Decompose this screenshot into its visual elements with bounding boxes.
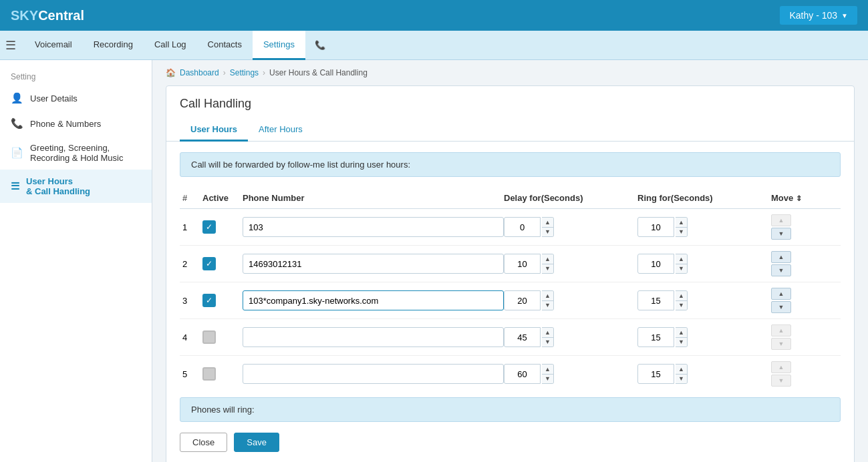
phones-ring-bar: Phones will ring: [180,397,841,422]
row1-delay-up[interactable]: ▲ [542,218,553,228]
row5-delay-input[interactable] [504,364,541,384]
row1-ring-input[interactable] [637,217,674,237]
nav-tab-recording[interactable]: Recording [83,31,144,60]
row1-checkbox[interactable]: ✓ [202,220,216,234]
row2-num: 2 [182,259,202,269]
row2-ring-input[interactable] [637,254,674,274]
row1-ring-up[interactable]: ▲ [676,218,687,228]
col-header-num: # [182,193,202,203]
row5-move-down[interactable]: ▼ [771,375,791,387]
row1-delay-input[interactable] [504,217,541,237]
tab-after-hours[interactable]: After Hours [248,119,313,142]
close-button[interactable]: Close [180,433,227,452]
row2-move-down[interactable]: ▼ [771,264,791,276]
row1-active[interactable]: ✓ [202,220,243,234]
row2-move-btns: ▲ ▼ [771,251,838,276]
row5-ring-down[interactable]: ▼ [676,375,687,384]
row2-phone-input[interactable] [243,254,504,274]
row2-delay-group: ▲ ▼ [504,254,637,274]
row4-delay-down[interactable]: ▼ [542,338,553,347]
sidebar-section-label: Setting [0,65,152,85]
row5-move-btns: ▲ ▼ [771,361,838,387]
row4-move-btns: ▲ ▼ [771,324,838,350]
row3-ring-up[interactable]: ▲ [676,291,687,301]
phone-icon: 📞 [315,40,325,50]
nav-tab-voicemail[interactable]: Voicemail [24,31,83,60]
row1-move-up[interactable]: ▲ [771,214,791,226]
row2-active[interactable]: ✓ [202,257,243,270]
row5-move-cell: ▲ ▼ [771,361,838,387]
row5-delay-down[interactable]: ▼ [542,375,553,384]
row4-delay-arrows: ▲ ▼ [542,327,554,347]
row1-phone-input[interactable] [243,217,504,237]
sidebar-item-phone-numbers[interactable]: 📞 Phone & Numbers [0,111,152,136]
row5-active[interactable] [202,367,243,381]
row4-checkbox[interactable] [202,330,216,344]
row4-active[interactable] [202,330,243,344]
sidebar-item-greeting[interactable]: 📄 Greeting, Screening, Recording & Hold … [0,136,152,170]
row2-move-cell: ▲ ▼ [771,251,838,276]
row4-phone-cell [243,327,504,347]
row3-ring-down[interactable]: ▼ [676,301,687,310]
row3-delay-group: ▲ ▼ [504,290,637,310]
row4-ring-down[interactable]: ▼ [676,338,687,347]
nav-tab-phone[interactable]: 📞 [305,31,335,60]
row3-delay-arrows: ▲ ▼ [542,290,554,310]
content-body: Call will be forwarded by follow-me list… [166,142,854,462]
row5-delay-group: ▲ ▼ [504,364,637,384]
breadcrumb-dashboard[interactable]: Dashboard [180,68,219,77]
row5-ring-input[interactable] [637,364,674,384]
row3-delay-down[interactable]: ▼ [542,301,553,310]
row2-delay-down[interactable]: ▼ [542,264,553,274]
row3-ring-input[interactable] [637,290,674,310]
row4-num: 4 [182,332,202,342]
breadcrumb-home-icon: 🏠 [166,68,176,77]
row5-ring-arrows: ▲ ▼ [676,364,688,384]
row1-move-down[interactable]: ▼ [771,228,791,240]
row1-delay-down[interactable]: ▼ [542,228,553,237]
row3-move-up[interactable]: ▲ [771,288,791,300]
row4-ring-up[interactable]: ▲ [676,328,687,338]
row4-move-down[interactable]: ▼ [771,338,791,350]
sidebar-item-user-details[interactable]: 👤 User Details [0,85,152,111]
sidebar-item-user-hours[interactable]: ☰ User Hours & Call Handling [0,170,152,203]
user-details-icon: 👤 [11,92,23,104]
row2-ring-up[interactable]: ▲ [676,254,687,264]
row5-ring-up[interactable]: ▲ [676,365,687,375]
row3-phone-input[interactable] [243,290,504,310]
layout: Setting 👤 User Details 📞 Phone & Numbers… [0,60,868,462]
row2-checkbox[interactable]: ✓ [202,257,216,270]
sidebar-item-label-greeting: Greeting, Screening, Recording & Hold Mu… [30,143,123,163]
row3-checkbox[interactable]: ✓ [202,294,216,307]
row5-move-up[interactable]: ▲ [771,361,791,373]
row3-active[interactable]: ✓ [202,294,243,307]
row2-delay-up[interactable]: ▲ [542,254,553,264]
row3-delay-input[interactable] [504,290,541,310]
row4-delay-up[interactable]: ▲ [542,328,553,338]
row3-move-down[interactable]: ▼ [771,301,791,313]
hamburger-icon[interactable]: ☰ [5,38,16,53]
tab-user-hours[interactable]: User Hours [180,119,248,142]
row4-phone-input[interactable] [243,327,504,347]
nav-tab-contacts[interactable]: Contacts [197,31,253,60]
col-header-phone: Phone Number [243,193,504,203]
row3-delay-up[interactable]: ▲ [542,291,553,301]
row4-delay-input[interactable] [504,327,541,347]
row5-checkbox[interactable] [202,367,216,381]
col-header-ring: Ring for(Seconds) [637,193,771,203]
user-menu[interactable]: Kathy - 103 ▼ [780,6,857,25]
row5-delay-up[interactable]: ▲ [542,365,553,375]
row4-move-up[interactable]: ▲ [771,324,791,336]
row4-ring-input[interactable] [637,327,674,347]
row2-ring-down[interactable]: ▼ [676,264,687,274]
nav-tab-settings[interactable]: Settings [253,31,305,60]
row5-phone-input[interactable] [243,364,504,384]
save-button[interactable]: Save [234,433,279,452]
breadcrumb-settings[interactable]: Settings [230,68,259,77]
row3-move-btns: ▲ ▼ [771,288,838,313]
row5-phone-cell [243,364,504,384]
row2-delay-input[interactable] [504,254,541,274]
row1-ring-down[interactable]: ▼ [676,228,687,237]
row2-move-up[interactable]: ▲ [771,251,791,263]
nav-tab-calllog[interactable]: Call Log [144,31,197,60]
